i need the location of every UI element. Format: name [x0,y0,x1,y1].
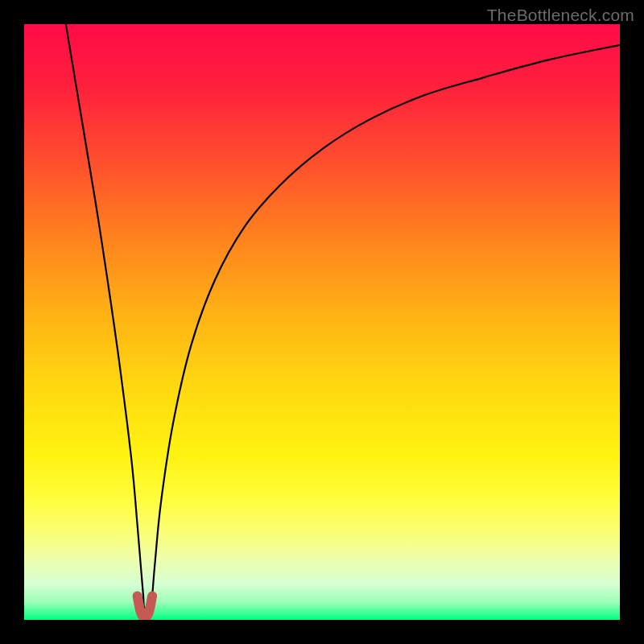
curve-layer [24,24,620,620]
watermark-text: TheBottleneck.com [487,6,634,25]
chart-frame: TheBottleneck.com [0,0,644,644]
bottleneck-curve [66,24,620,609]
plot-area [24,24,620,620]
